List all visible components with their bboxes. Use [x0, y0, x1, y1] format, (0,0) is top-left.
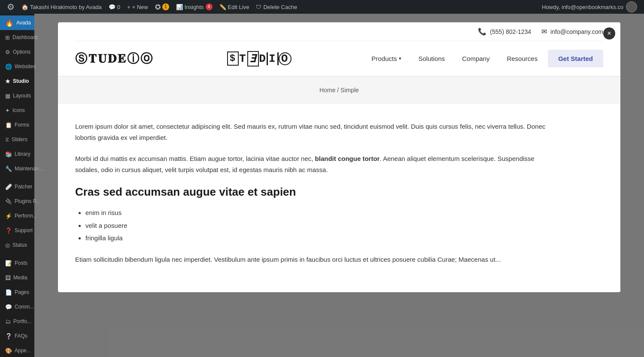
- shield-icon: 🛡: [256, 4, 261, 10]
- sidebar-item-maintenance[interactable]: 🔧 Maintenan...: [0, 161, 34, 176]
- pages-label: Pages: [15, 289, 29, 295]
- modal-close-button[interactable]: ×: [603, 27, 615, 39]
- sidebar-item-pages[interactable]: 📄 Pages: [0, 285, 34, 300]
- logo-styled: $ T Ǝ D I O: [227, 51, 292, 67]
- sidebar-item-icons[interactable]: ✦ Icons: [0, 103, 34, 118]
- chevron-down-icon: ▾: [399, 56, 401, 61]
- sidebar-item-dashboard[interactable]: ⊞ Dashboard: [0, 30, 34, 45]
- email-contact: ✉ info@company.com: [541, 27, 603, 36]
- grid-icon: ⊞: [5, 34, 10, 41]
- logo-text: Ⓢ𝐓𝐔𝐃𝐄ⓘⓞ: [75, 53, 154, 66]
- icons-icon: ✦: [5, 107, 10, 114]
- post-icon: 📝: [5, 260, 12, 266]
- sliders2-icon: ⧖: [5, 136, 9, 143]
- delete-cache-label: Delete Cache: [263, 4, 297, 10]
- plus-icon: +: [127, 4, 131, 10]
- get-started-button[interactable]: Get Started: [548, 50, 603, 67]
- appearance-icon: 🎨: [5, 348, 12, 354]
- wp-notices-item[interactable]: ✪ 1: [152, 0, 173, 14]
- media-icon: 🖼: [5, 275, 11, 281]
- sidebar-item-layouts[interactable]: ▦ Layouts: [0, 88, 34, 103]
- comment2-icon: 💬: [5, 304, 12, 310]
- delete-cache-item[interactable]: 🛡 Delete Cache: [252, 0, 301, 14]
- sidebar-item-media[interactable]: 🖼 Media: [0, 270, 34, 285]
- site-nav: Products ▾ Solutions Company Resources: [365, 50, 603, 67]
- sidebar-item-sliders[interactable]: ⧖ Sliders: [0, 132, 34, 147]
- nav-company[interactable]: Company: [455, 51, 496, 66]
- media-label: Media: [13, 275, 27, 281]
- resources-label: Resources: [507, 55, 538, 62]
- sidebar-item-options[interactable]: ⚙ Options: [0, 45, 34, 59]
- article-list: enim in risus velit a posuere fringilla …: [85, 207, 556, 244]
- sidebar-item-plugins[interactable]: 🔌 Plugins P...: [0, 194, 34, 209]
- wp-logo-item[interactable]: ⚙: [3, 0, 18, 14]
- sidebar-item-faqs[interactable]: ❔ FAQs: [0, 329, 34, 343]
- nav-resources[interactable]: Resources: [500, 51, 544, 66]
- howdy-text: Howdy, info@openbookmarks.co: [542, 4, 623, 10]
- wp-sidebar: 🔥 Avada ⊞ Dashboard ⚙ Options 🌐 Websites…: [0, 14, 34, 357]
- edit-live-item[interactable]: ✏️ Edit Live: [216, 0, 253, 14]
- sidebar-item-portfolio[interactable]: 🗂 Portfo...: [0, 314, 34, 329]
- patcher-label: Patcher: [15, 184, 32, 190]
- breadcrumb-bar: Home / Simple: [58, 76, 620, 104]
- sidebar-item-websites[interactable]: 🌐 Websites: [0, 59, 34, 74]
- insights-label: Insights: [185, 4, 204, 10]
- modal-overlay: × 📞 (555) 802-1234 ✉ info@company.com: [34, 14, 644, 357]
- comment-icon: 💬: [109, 4, 115, 10]
- comments-item[interactable]: 💬 0: [105, 0, 124, 14]
- phone-icon: 📞: [478, 27, 486, 36]
- sliders-label: Sliders: [12, 136, 27, 142]
- nav-solutions[interactable]: Solutions: [412, 51, 452, 66]
- chart-icon: 📊: [176, 4, 183, 10]
- site-header: 📞 (555) 802-1234 ✉ info@company.com Ⓢ𝐓𝐔𝐃…: [58, 22, 620, 76]
- site-header-top: 📞 (555) 802-1234 ✉ info@company.com: [75, 22, 603, 41]
- company-label: Company: [462, 55, 489, 62]
- star-icon: ★: [5, 78, 10, 85]
- email-address: info@company.com: [550, 28, 603, 35]
- site-header-main: Ⓢ𝐓𝐔𝐃𝐄ⓘⓞ $ T Ǝ D I O: [75, 41, 603, 76]
- list-item-3: fringilla ligula: [85, 233, 556, 244]
- wp-badge: 1: [162, 3, 169, 10]
- breadcrumb-text: Home / Simple: [319, 87, 359, 94]
- nav-products[interactable]: Products ▾: [365, 51, 408, 66]
- para2-start: Morbi id dui mattis ex accumsan mattis. …: [75, 155, 315, 162]
- edit-live-label: Edit Live: [228, 4, 249, 10]
- site-name-item[interactable]: 🏠 Takashi Hirakimoto by Avada: [18, 0, 105, 14]
- sidebar-item-posts[interactable]: 📝 Posts: [0, 256, 34, 270]
- home-icon: 🏠: [21, 4, 28, 10]
- portfolio-icon: 🗂: [5, 318, 11, 325]
- sidebar-item-support[interactable]: ❓ Support: [0, 223, 34, 238]
- logo-container: $ T Ǝ D I O: [227, 51, 292, 67]
- forms-label: Forms: [15, 122, 29, 128]
- paragraph-3: Etiam sollicitudin bibendum ligula nec i…: [75, 254, 556, 265]
- sidebar-item-avada[interactable]: 🔥 Avada: [0, 15, 34, 30]
- flame-icon: 🔥: [5, 19, 14, 27]
- plugins-label: Plugins P...: [15, 198, 40, 204]
- new-item[interactable]: + + New: [124, 0, 152, 14]
- new-label: + New: [132, 4, 148, 10]
- site-name-label: Takashi Hirakimoto by Avada: [30, 4, 102, 10]
- portfolio-label: Portfo...: [13, 318, 31, 324]
- appearance-label: Appe...: [15, 348, 31, 354]
- faqs-label: FAQs: [15, 333, 27, 339]
- status-label: Status: [12, 242, 27, 248]
- sidebar-item-status[interactable]: ◎ Status: [0, 238, 34, 252]
- sidebar-item-patcher[interactable]: 🩹 Patcher: [0, 179, 34, 194]
- list-item-2: velit a posuere: [85, 220, 556, 231]
- sidebar-item-studio[interactable]: ★ Studio: [0, 74, 34, 88]
- cta-label: Get Started: [558, 55, 593, 62]
- edit-icon: ✏️: [219, 4, 226, 10]
- wordpress-icon: ⚙: [7, 2, 15, 12]
- sliders-icon: ⚙: [5, 49, 10, 55]
- sidebar-item-forms[interactable]: 📋 Forms: [0, 118, 34, 132]
- sidebar-item-library[interactable]: 📚 Library: [0, 147, 34, 161]
- avada-label: Avada: [16, 20, 31, 26]
- comments-label: Comm...: [15, 304, 34, 310]
- sidebar-item-performance[interactable]: ⚡ Perform...: [0, 209, 34, 223]
- sidebar-item-comments[interactable]: 💬 Comm...: [0, 300, 34, 314]
- insights-item[interactable]: 📊 Insights 4: [173, 0, 216, 14]
- support-label: Support: [15, 227, 33, 233]
- globe-icon: 🌐: [5, 64, 12, 70]
- sidebar-item-appearance[interactable]: 🎨 Appe...: [0, 343, 34, 357]
- phone-contact: 📞 (555) 802-1234: [478, 27, 531, 36]
